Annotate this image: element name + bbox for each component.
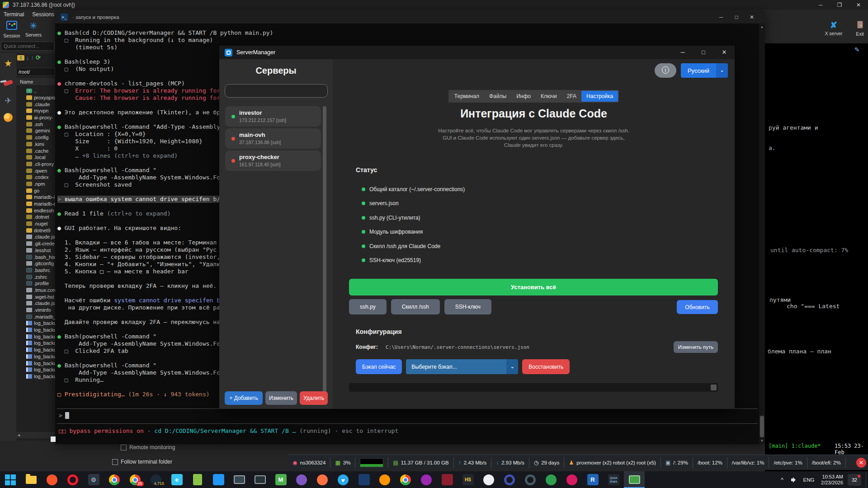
file-row[interactable]: dotnet9 [16, 227, 55, 234]
file-row[interactable]: .claude [16, 101, 55, 108]
terminal-scrollbar[interactable]: ▲ ▼ [759, 23, 765, 444]
file-row[interactable]: .tmux.con [16, 287, 55, 294]
file-row[interactable]: .codex [16, 174, 55, 181]
darkred-app[interactable] [437, 471, 458, 488]
session-button[interactable]: Session [1, 21, 23, 38]
delete-server-button[interactable]: Удалить [300, 391, 328, 405]
chrome-browser[interactable] [104, 471, 125, 488]
tray-expand-icon[interactable]: ^ [776, 476, 788, 483]
refresh-button[interactable]: Обновить [677, 300, 718, 314]
file-row[interactable]: mariadb-c [16, 201, 55, 207]
scrollbar-thumb[interactable] [323, 106, 326, 399]
file-row[interactable]: log_backu [16, 347, 55, 353]
x-server-button[interactable]: ✘ X server [822, 21, 845, 36]
file-row[interactable]: .gemini [16, 127, 55, 134]
steam[interactable]: 4,715 [146, 471, 166, 488]
favorites-tab[interactable]: ★ [0, 58, 16, 69]
file-row[interactable]: log_backu [16, 373, 55, 380]
server-search-input[interactable] [225, 84, 328, 98]
language-indicator[interactable]: ENG [801, 477, 816, 483]
restore-button[interactable]: Восстановить [522, 359, 570, 374]
opera-browser[interactable] [62, 471, 83, 488]
follow-terminal-folder-checkbox[interactable]: Follow terminal folder [112, 459, 172, 465]
change-path-button[interactable]: Изменить путь [674, 341, 718, 353]
file-row[interactable]: .cache [16, 147, 55, 154]
servermanager-titlebar[interactable]: ServerManager ─ □ ✕ [219, 46, 735, 59]
file-row[interactable]: .dotnet [16, 214, 55, 221]
file-row[interactable]: .gitconfig [16, 260, 55, 267]
file-row[interactable]: .ssh [16, 121, 55, 127]
add-server-button[interactable]: + Добавить [225, 391, 263, 405]
tab-настройка[interactable]: Настройка [581, 91, 618, 102]
menu-terminal[interactable]: Terminal [4, 11, 24, 18]
tools-tab[interactable] [0, 79, 16, 87]
file-row[interactable]: myvpn [16, 108, 55, 114]
minimize-icon[interactable]: ─ [811, 0, 830, 10]
minimize-icon[interactable]: ─ [713, 11, 729, 23]
file-row[interactable]: .local [16, 154, 55, 161]
minimize-icon[interactable]: ─ [672, 46, 693, 59]
quick-share[interactable]: Quick share [603, 471, 624, 488]
refresh-icon[interactable]: ⟳ [36, 54, 41, 61]
notepad-plus[interactable] [187, 471, 208, 488]
file-row[interactable]: .nuget [16, 221, 55, 227]
restore-icon[interactable]: ❐ [830, 0, 849, 10]
file-row[interactable]: mariadb-i [16, 194, 55, 201]
server-list-scrollbar[interactable] [322, 106, 327, 399]
language-dropdown[interactable]: Русский ⌄ [681, 63, 728, 78]
file-row[interactable]: log_backu [16, 340, 55, 347]
checkbox-icon[interactable] [121, 445, 127, 450]
pencil-icon[interactable]: ✎ [854, 46, 860, 53]
obs-app[interactable] [520, 471, 541, 488]
download-icon[interactable]: ↓ [26, 54, 29, 61]
tab-инфо[interactable]: Инфо [511, 91, 536, 102]
backup-now-button[interactable]: Бэкап сейчас [356, 359, 402, 374]
close-statusbar-button[interactable]: ✕ [856, 458, 866, 468]
edit-server-button[interactable]: Изменить [265, 391, 297, 405]
file-row[interactable]: endlessh [16, 207, 55, 214]
scrollbar-thumb[interactable] [711, 385, 717, 390]
sftp-tab[interactable] [0, 113, 16, 124]
navy-app[interactable] [354, 471, 374, 488]
remote-monitoring-checkbox[interactable]: Remote monitoring [121, 444, 175, 450]
tab-2fa[interactable]: 2FA [562, 91, 581, 102]
servers-button[interactable]: ✳ Servers [23, 21, 44, 38]
maximize-icon[interactable]: □ [729, 11, 744, 23]
white-app[interactable] [478, 471, 499, 488]
violet-app[interactable] [416, 471, 437, 488]
purple-app[interactable] [291, 471, 312, 488]
show-desktop-button[interactable] [866, 471, 868, 488]
darts-app[interactable] [83, 471, 104, 488]
start-button[interactable] [0, 471, 21, 488]
active-display-app[interactable] [624, 471, 645, 488]
tab-файлы[interactable]: Файлы [484, 91, 511, 102]
brave-browser[interactable] [42, 471, 62, 488]
sessions-tab[interactable]: ✈ [0, 96, 16, 106]
file-row[interactable]: .npm [16, 181, 55, 188]
sftp-horizontal-scrollbar[interactable]: ◂ [16, 432, 55, 438]
notification-badge[interactable]: 32 [848, 474, 861, 486]
upload-icon[interactable]: ↑ [31, 54, 34, 61]
file-row[interactable]: ›.profile [16, 280, 55, 287]
file-row[interactable]: .lesshst [16, 247, 55, 254]
file-explorer[interactable] [21, 471, 42, 488]
file-row[interactable]: log_backu [16, 333, 55, 340]
file-row[interactable]: ›.bashrc [16, 267, 55, 274]
file-row[interactable]: .qwen [16, 167, 55, 174]
maximize-icon[interactable]: □ [693, 46, 714, 59]
file-row[interactable]: ↑.. [16, 88, 55, 94]
vscode[interactable] [208, 471, 229, 488]
pink-app[interactable] [561, 471, 582, 488]
green-app[interactable] [541, 471, 561, 488]
backup-select-dropdown[interactable]: Выберите бэкап... ⌄ [406, 359, 518, 374]
file-row[interactable]: .claude.js [16, 300, 55, 307]
component-button[interactable]: Скилл /ssh [391, 299, 440, 314]
file-row[interactable]: .claude.js [16, 234, 55, 240]
close-icon[interactable]: ✕ [714, 46, 735, 59]
terminal-titlebar[interactable]: >_ · запуск и проверка ─ □ ✕ [55, 11, 765, 23]
file-row[interactable]: .cli-proxy [16, 161, 55, 168]
file-row[interactable]: .wget-hst [16, 293, 55, 300]
mobaxterm[interactable]: M [270, 471, 291, 488]
file-row[interactable]: log_backu [16, 353, 55, 360]
server-card[interactable]: main-ovh37.187.136.86 [ssh] [225, 128, 321, 149]
